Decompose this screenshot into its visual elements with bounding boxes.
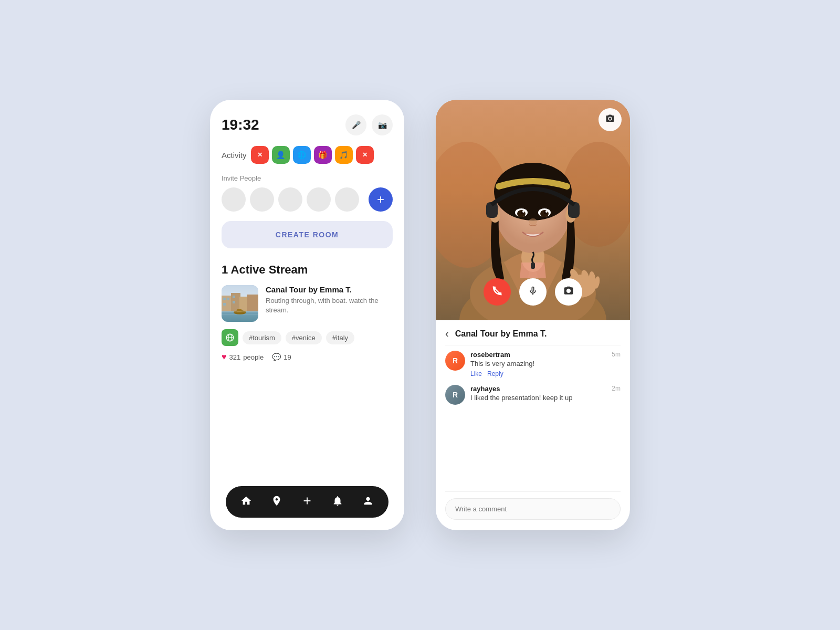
- invite-avatar-4[interactable]: [307, 187, 331, 212]
- stream-title: Canal Tour by Emma T.: [266, 285, 393, 294]
- comments-stat: 💬 19: [272, 353, 291, 361]
- globe-icon: [225, 333, 235, 342]
- stream-card[interactable]: Canal Tour by Emma T. Routing through, w…: [222, 285, 393, 322]
- svg-rect-8: [223, 303, 226, 306]
- camera-toggle-button[interactable]: [555, 278, 582, 306]
- camera-icon: 📷: [378, 121, 387, 129]
- activity-chip-1[interactable]: 👤: [272, 146, 290, 164]
- comment-username-0: rosebertram: [470, 351, 510, 359]
- invite-avatar-2[interactable]: [250, 187, 274, 212]
- svg-point-34: [522, 211, 524, 213]
- comment-text-1: I liked the presentation! keep it up: [470, 394, 621, 402]
- call-controls: [484, 278, 582, 306]
- stream-thumbnail: [222, 285, 258, 322]
- mic-icon: 🎤: [352, 121, 361, 129]
- comment-time-0: 5m: [612, 351, 621, 358]
- camera-button[interactable]: 📷: [372, 114, 393, 135]
- comments-section: ‹ Canal Tour by Emma T. R rosebertram 5m…: [436, 320, 630, 530]
- activity-chip-5[interactable]: ✕: [356, 146, 374, 164]
- activity-chip-3[interactable]: 🎁: [314, 146, 332, 164]
- comment-username-1: rayhayes: [470, 385, 500, 393]
- right-phone: ‹ Canal Tour by Emma T. R rosebertram 5m…: [436, 100, 630, 530]
- nav-profile-button[interactable]: [356, 490, 380, 513]
- likes-stat: ♥ 321 people: [222, 352, 264, 362]
- camera-icon-video: [605, 114, 615, 125]
- stream-tags: #tourism #venice #italy: [222, 329, 393, 346]
- svg-rect-13: [222, 311, 258, 312]
- mute-button[interactable]: [519, 278, 547, 306]
- activity-chip-4[interactable]: 🎵: [335, 146, 353, 164]
- svg-point-35: [545, 211, 548, 213]
- home-icon: [240, 495, 252, 509]
- invite-avatar-3[interactable]: [278, 187, 302, 212]
- svg-rect-5: [247, 295, 258, 311]
- likes-label: people: [243, 353, 264, 361]
- person-icon: [362, 495, 374, 509]
- location-icon: [271, 495, 282, 509]
- reply-button-0[interactable]: Reply: [487, 370, 503, 377]
- invite-section: Invite People +: [222, 174, 393, 212]
- comments-header: ‹ Canal Tour by Emma T.: [445, 320, 621, 345]
- svg-point-36: [529, 218, 537, 225]
- activity-chip-2[interactable]: 🌐: [293, 146, 311, 164]
- svg-rect-39: [531, 262, 535, 269]
- bell-icon: [332, 495, 343, 509]
- mic-button[interactable]: 🎤: [345, 114, 366, 135]
- time-display: 19:32: [222, 117, 259, 133]
- phone-header: 19:32 🎤 📷: [222, 114, 393, 135]
- svg-rect-14: [222, 314, 258, 314]
- invite-avatar-1[interactable]: [222, 187, 246, 212]
- comment-avatar-rosebertram: R: [445, 351, 465, 371]
- video-camera-button[interactable]: [598, 108, 622, 131]
- tag-icon: [222, 329, 238, 346]
- nav-home-button[interactable]: [235, 490, 258, 513]
- add-icon: [301, 495, 313, 509]
- header-icons: 🎤 📷: [345, 114, 393, 135]
- mic-icon-call: [528, 286, 538, 299]
- stream-description: Routing through, with boat. watch the st…: [266, 296, 393, 315]
- comment-time-1: 2m: [612, 385, 621, 392]
- activity-bar: Activity ✕ 👤 🌐 🎁 🎵 ✕: [222, 146, 393, 164]
- plus-icon: +: [377, 192, 384, 207]
- tag-venice[interactable]: #venice: [286, 331, 322, 344]
- invite-avatar-5[interactable]: [335, 187, 359, 212]
- invite-label: Invite People: [222, 174, 393, 182]
- activity-icons: ✕ 👤 🌐 🎁 🎵 ✕: [251, 146, 374, 164]
- svg-rect-4: [239, 297, 248, 311]
- likes-count: 321: [229, 353, 241, 361]
- nav-add-button[interactable]: [296, 490, 319, 513]
- svg-point-25: [494, 163, 572, 220]
- cam-icon-call: [563, 286, 574, 299]
- tag-tourism[interactable]: #tourism: [243, 331, 281, 344]
- back-button[interactable]: ‹: [445, 328, 449, 340]
- nav-location-button[interactable]: [265, 490, 288, 513]
- like-button-0[interactable]: Like: [470, 370, 482, 377]
- create-room-button[interactable]: CREATE ROOM: [222, 221, 393, 248]
- invite-avatars: +: [222, 187, 393, 212]
- comment-content-1: rayhayes 2m I liked the presentation! ke…: [470, 385, 621, 404]
- back-icon: ‹: [445, 328, 449, 339]
- comment-content-0: rosebertram 5m This is very amazing! Lik…: [470, 351, 621, 377]
- activity-chip-0[interactable]: ✕: [251, 146, 269, 164]
- active-stream-title: 1 Active Stream: [222, 263, 393, 277]
- svg-rect-6: [223, 298, 226, 300]
- comment-item-0: R rosebertram 5m This is very amazing! L…: [445, 351, 621, 377]
- video-area: [436, 100, 630, 320]
- svg-rect-10: [233, 301, 235, 303]
- tag-italy[interactable]: #italy: [326, 331, 354, 344]
- end-call-button[interactable]: [484, 278, 511, 306]
- add-invite-button[interactable]: +: [369, 187, 393, 212]
- chat-icon: 💬: [272, 353, 281, 361]
- venice-canal-image: [222, 285, 258, 322]
- comment-input[interactable]: [445, 498, 621, 520]
- bottom-navigation: [226, 486, 388, 518]
- stream-info: Canal Tour by Emma T. Routing through, w…: [266, 285, 393, 315]
- comment-item-1: R rayhayes 2m I liked the presentation! …: [445, 385, 621, 405]
- left-phone: 19:32 🎤 📷 Activity ✕ 👤 🌐 🎁 🎵 ✕ Invite Pe…: [210, 100, 404, 530]
- svg-rect-7: [227, 298, 229, 300]
- activity-label: Activity: [222, 151, 247, 160]
- nav-notifications-button[interactable]: [326, 490, 349, 513]
- stream-title-right: Canal Tour by Emma T.: [455, 329, 547, 339]
- comments-count: 19: [284, 353, 291, 361]
- comment-text-0: This is very amazing!: [470, 360, 621, 368]
